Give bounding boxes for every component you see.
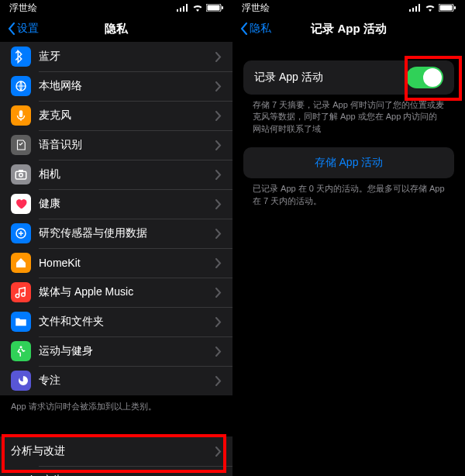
- toggle-description: 存储 7 天摘要，记录 App 何时访问了您的位置或麦克风等数据，同时了解 Ap…: [232, 95, 465, 140]
- record-toggle-row[interactable]: 记录 App 活动: [243, 60, 454, 95]
- svg-rect-16: [415, 6, 417, 12]
- svg-rect-8: [19, 110, 23, 117]
- svg-point-13: [20, 346, 22, 348]
- list-item[interactable]: 运动与健身: [0, 336, 232, 366]
- chevron-right-icon: [215, 111, 222, 121]
- svg-rect-2: [183, 6, 184, 12]
- music-icon: [11, 282, 31, 302]
- speech-icon: [11, 135, 31, 155]
- svg-rect-3: [186, 4, 188, 12]
- svg-rect-1: [180, 8, 181, 12]
- footer-note: App 请求访问时会被添加到以上类别。: [0, 395, 232, 418]
- chevron-right-icon: [215, 170, 222, 180]
- phone-left: 浮世绘 设置 隐私 蓝牙本地网络麦克风语音识别相机健康研究传感器与使用数据Hom…: [0, 0, 232, 476]
- list-item[interactable]: 蓝牙: [0, 42, 232, 71]
- save-activity-button[interactable]: 存储 App 活动: [243, 147, 454, 178]
- fitness-icon: [11, 341, 31, 361]
- page-title: 隐私: [105, 22, 128, 36]
- list-item[interactable]: 相机: [0, 160, 232, 189]
- svg-rect-15: [412, 8, 414, 12]
- svg-rect-0: [177, 9, 178, 12]
- chevron-left-icon: [8, 22, 16, 35]
- chevron-right-icon: [215, 81, 222, 91]
- wifi-icon: [192, 4, 203, 12]
- list-item[interactable]: 语音识别: [0, 130, 232, 160]
- back-button[interactable]: 隐私: [240, 22, 271, 36]
- action-description: 已记录 App 在 0 天内的活动。您最多可以存储 App 在 7 天内的活动。: [232, 178, 465, 212]
- svg-rect-6: [222, 6, 223, 9]
- chevron-right-icon: [215, 376, 222, 386]
- item-label: 语音识别: [39, 138, 215, 152]
- list-item[interactable]: 文件和文件夹: [0, 307, 232, 336]
- home-icon: [11, 253, 31, 273]
- list-item[interactable]: HomeKit: [0, 248, 232, 278]
- chevron-right-icon: [215, 52, 222, 62]
- back-label: 设置: [17, 22, 39, 36]
- status-time: 浮世绘: [242, 2, 270, 15]
- privacy-list: 蓝牙本地网络麦克风语音识别相机健康研究传感器与使用数据HomeKit媒体与 Ap…: [0, 42, 232, 395]
- item-label: 本地网络: [39, 79, 215, 93]
- toggle-label: 记录 App 活动: [254, 71, 406, 85]
- item-label: 媒体与 Apple Music: [39, 285, 215, 299]
- focus-icon: [11, 371, 31, 391]
- list-item[interactable]: 分析与改进: [0, 436, 232, 466]
- list-item[interactable]: 健康: [0, 189, 232, 219]
- phone-right: 浮世绘 隐私 记录 App 活动 记录 App 活动 存储 7 天摘要，记录 A…: [232, 0, 465, 476]
- status-bar: 浮世绘: [0, 0, 232, 16]
- list-item[interactable]: 专注: [0, 366, 232, 395]
- action-group: 存储 App 活动: [243, 147, 454, 178]
- chevron-right-icon: [215, 140, 222, 150]
- svg-rect-19: [440, 5, 453, 11]
- research-icon: [11, 223, 31, 243]
- item-label: 文件和文件夹: [39, 315, 215, 329]
- svg-point-10: [19, 174, 23, 178]
- status-time: 浮世绘: [9, 2, 37, 15]
- chevron-right-icon: [215, 258, 222, 268]
- list-item[interactable]: 麦克风: [0, 101, 232, 130]
- list-item[interactable]: Apple 广告: [0, 466, 232, 476]
- chevron-right-icon: [215, 229, 222, 239]
- list-item[interactable]: 本地网络: [0, 71, 232, 101]
- item-label: 研究传感器与使用数据: [39, 226, 215, 240]
- svg-rect-14: [409, 9, 411, 12]
- item-label: 运动与健身: [39, 344, 215, 358]
- folder-icon: [11, 312, 31, 332]
- chevron-right-icon: [215, 199, 222, 209]
- chevron-right-icon: [215, 317, 222, 327]
- item-label: 麦克风: [39, 109, 215, 122]
- status-bar: 浮世绘: [232, 0, 465, 16]
- item-label: 相机: [39, 167, 215, 181]
- back-button[interactable]: 设置: [8, 22, 39, 36]
- item-label: 健康: [39, 197, 215, 211]
- back-label: 隐私: [250, 22, 271, 36]
- svg-rect-9: [16, 171, 26, 179]
- item-label: 蓝牙: [39, 50, 215, 64]
- list-item[interactable]: 媒体与 Apple Music: [0, 278, 232, 307]
- svg-rect-5: [208, 5, 220, 11]
- content-scroll[interactable]: 蓝牙本地网络麦克风语音识别相机健康研究传感器与使用数据HomeKit媒体与 Ap…: [0, 42, 232, 476]
- toggle-group: 记录 App 活动: [243, 60, 454, 95]
- item-label: HomeKit: [39, 257, 215, 269]
- svg-rect-20: [454, 6, 456, 9]
- status-indicators: [177, 4, 223, 12]
- list-item[interactable]: 研究传感器与使用数据: [0, 219, 232, 248]
- analytics-group: 分析与改进Apple 广告: [0, 436, 232, 476]
- bluetooth-icon: [11, 47, 31, 67]
- chevron-right-icon: [215, 447, 222, 457]
- nav-bar: 隐私 记录 App 活动: [232, 16, 465, 42]
- signal-icon: [177, 4, 189, 12]
- mic-icon: [11, 105, 31, 126]
- toggle-switch[interactable]: [406, 67, 443, 88]
- wifi-icon: [425, 4, 436, 12]
- item-label: 专注: [39, 374, 215, 388]
- chevron-left-icon: [240, 22, 248, 35]
- health-icon: [11, 194, 31, 214]
- network-icon: [11, 76, 31, 96]
- content-scroll[interactable]: 记录 App 活动 存储 7 天摘要，记录 App 何时访问了您的位置或麦克风等…: [232, 42, 465, 476]
- signal-icon: [409, 4, 422, 12]
- chevron-right-icon: [215, 288, 222, 298]
- camera-icon: [11, 164, 31, 185]
- battery-icon: [439, 4, 456, 12]
- battery-icon: [206, 4, 223, 12]
- item-label: 分析与改进: [11, 444, 215, 458]
